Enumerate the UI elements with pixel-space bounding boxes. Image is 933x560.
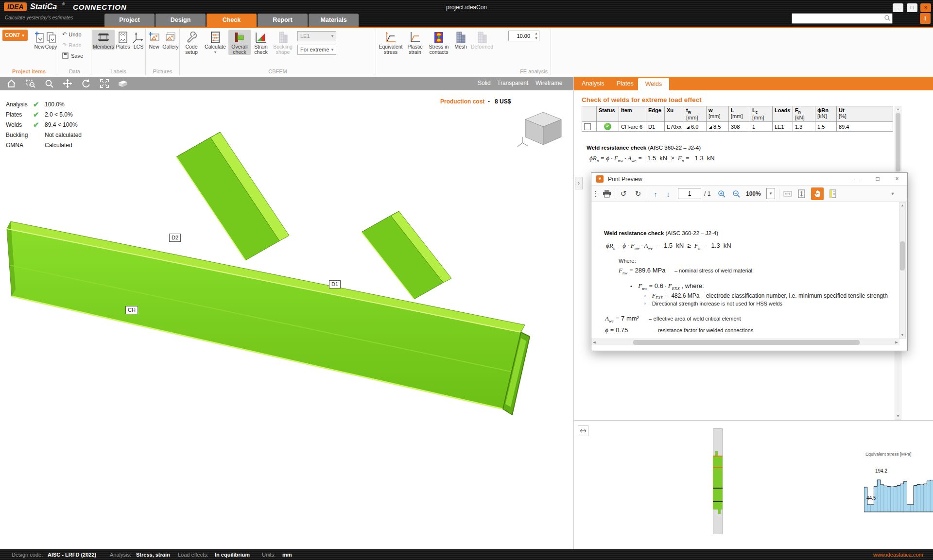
previous-page-button[interactable]: ↑	[650, 188, 661, 200]
redo-button[interactable]: ↷Redo	[62, 42, 82, 48]
zoom-out-button[interactable]	[730, 188, 742, 200]
header-item[interactable]: Item	[619, 106, 646, 122]
row-collapse-button[interactable]: −	[584, 123, 591, 130]
export-document-button[interactable]	[827, 188, 838, 200]
stress-in-contacts-button[interactable]: Stress in contacts	[426, 30, 452, 55]
tab-project[interactable]: Project	[104, 14, 155, 27]
scroll-down-icon[interactable]: ▼	[899, 332, 905, 338]
scroll-up-icon[interactable]: ▲	[899, 203, 905, 208]
scroll-left-icon[interactable]: ◀	[591, 339, 597, 345]
lcs-toggle[interactable]: LCS	[131, 30, 146, 50]
calculate-dropdown-icon[interactable]: ▼	[214, 50, 217, 55]
dialog-title-bar[interactable]: ▼ Print Preview — □ ×	[591, 173, 907, 186]
3d-scene[interactable]	[0, 90, 573, 549]
header-status[interactable]: Status	[597, 106, 619, 122]
dialog-horizontal-scrollbar[interactable]: ◀ ▶	[591, 339, 899, 345]
scale-input[interactable]	[509, 31, 530, 41]
header-w[interactable]: w[mm]	[707, 106, 729, 122]
next-page-button[interactable]: ↓	[662, 188, 674, 200]
zoom-window-icon[interactable]	[23, 78, 38, 89]
code-setup-button[interactable]: Code setup	[181, 30, 202, 55]
tab-check[interactable]: Check	[207, 14, 257, 27]
header-ut[interactable]: Ut[%]	[837, 106, 893, 122]
weld-detail-strip[interactable]	[713, 428, 723, 534]
scroll-down-icon[interactable]: ▼	[895, 413, 901, 419]
mesh-button[interactable]: Mesh	[452, 30, 469, 50]
gallery-button[interactable]: Gallery	[161, 30, 180, 50]
members-toggle[interactable]: Members	[92, 30, 115, 50]
fit-view-icon[interactable]	[97, 78, 112, 89]
toolbar-overflow-icon[interactable]: ▼	[887, 188, 898, 200]
search-input[interactable]	[793, 14, 881, 23]
header-xu[interactable]: Xu	[665, 106, 684, 122]
hand-tool-button[interactable]	[811, 187, 824, 200]
zoom-in-button[interactable]	[716, 188, 727, 200]
extreme-filter-select[interactable]: For extreme▼	[297, 45, 336, 55]
member-d2[interactable]	[176, 132, 289, 260]
rotate-icon[interactable]	[79, 78, 93, 89]
zoom-dropdown[interactable]: ▼	[766, 188, 775, 199]
panel-collapse-button[interactable]: ›	[575, 177, 583, 189]
tab-report[interactable]: Report	[258, 14, 308, 27]
fit-width-button[interactable]	[782, 188, 794, 200]
mode-wireframe[interactable]: Wireframe	[536, 80, 562, 86]
undo-button[interactable]: ↶Undo	[62, 31, 82, 37]
tab-welds[interactable]: Welds	[638, 78, 669, 90]
scroll-up-icon[interactable]: ▲	[895, 106, 901, 112]
fit-page-button[interactable]	[795, 188, 807, 200]
connection-selector[interactable]: CON7▼	[2, 30, 28, 41]
page-number-input[interactable]	[678, 188, 701, 199]
member-ch[interactable]	[7, 221, 530, 415]
table-row[interactable]: − ✔ CH-arc 6 D1 E70xx ◢ 6.0 ◢ 8.5 308 1 …	[582, 122, 893, 132]
tab-materials[interactable]: Materials	[309, 14, 359, 27]
tab-plates[interactable]: Plates	[617, 77, 634, 90]
header-lc[interactable]: Lc[mm]	[750, 106, 773, 122]
header-fn[interactable]: Fn[kN]	[793, 106, 815, 122]
maximize-button[interactable]: □	[907, 3, 917, 12]
buckling-shape-button[interactable]: Buckling shape	[271, 30, 294, 55]
header-edge[interactable]: Edge	[646, 106, 665, 122]
plastic-strain-button[interactable]: Plastic strain	[404, 30, 426, 55]
kebab-menu-icon[interactable]: ⋮	[592, 188, 599, 200]
strain-check-button[interactable]: Strain check	[251, 30, 271, 55]
overall-check-button[interactable]: Overall check	[228, 30, 251, 55]
3d-viewport[interactable]: Analysis✔100.0% Plates✔2.0 < 5.0% Welds✔…	[0, 90, 573, 549]
pan-icon[interactable]	[60, 78, 75, 89]
info-button[interactable]: i	[920, 13, 931, 24]
header-phirn[interactable]: ϕRn[kN]	[815, 106, 837, 122]
website-link[interactable]: www.ideastatica.com	[873, 552, 923, 558]
minimize-button[interactable]: —	[893, 3, 903, 12]
deformed-button[interactable]: Deformed	[469, 30, 495, 50]
header-loads[interactable]: Loads	[773, 106, 793, 122]
tab-design[interactable]: Design	[156, 14, 206, 27]
scrollbar-thumb[interactable]	[900, 241, 905, 271]
plates-toggle[interactable]: Plates	[115, 30, 131, 50]
search-icon[interactable]	[884, 15, 891, 23]
mode-solid[interactable]: Solid	[478, 80, 491, 86]
expand-panel-button[interactable]	[578, 425, 588, 436]
undo-button[interactable]: ↺	[618, 188, 629, 200]
scrollbar-thumb[interactable]	[896, 113, 900, 171]
member-d1[interactable]	[362, 211, 451, 299]
close-button[interactable]: ×	[920, 3, 931, 12]
print-button[interactable]	[601, 188, 613, 200]
spin-down-icon[interactable]: ▼	[535, 36, 538, 41]
new-picture-button[interactable]: New	[146, 30, 162, 50]
header-l[interactable]: L[mm]	[729, 106, 750, 122]
scroll-right-icon[interactable]: ▶	[894, 339, 899, 345]
clipping-box-icon[interactable]	[116, 78, 130, 89]
calculate-button[interactable]: Calculate ▼	[202, 30, 228, 55]
tab-analysis[interactable]: Analysis	[582, 77, 605, 90]
dialog-maximize-button[interactable]: □	[871, 175, 884, 184]
dialog-minimize-button[interactable]: —	[851, 175, 864, 184]
equivalent-stress-button[interactable]: Equivalent stress	[377, 30, 404, 55]
header-tw[interactable]: tw[mm]	[684, 106, 707, 122]
navigation-cube[interactable]	[518, 112, 561, 147]
load-effect-select[interactable]: LE1▼	[297, 31, 336, 41]
zoom-icon[interactable]	[42, 78, 56, 89]
save-button[interactable]: Save	[62, 52, 83, 59]
home-view-icon[interactable]	[4, 78, 18, 89]
mode-transparent[interactable]: Transparent	[497, 80, 528, 86]
copy-item-button[interactable]: Copy	[44, 30, 58, 50]
scrollbar-thumb[interactable]	[633, 340, 860, 345]
